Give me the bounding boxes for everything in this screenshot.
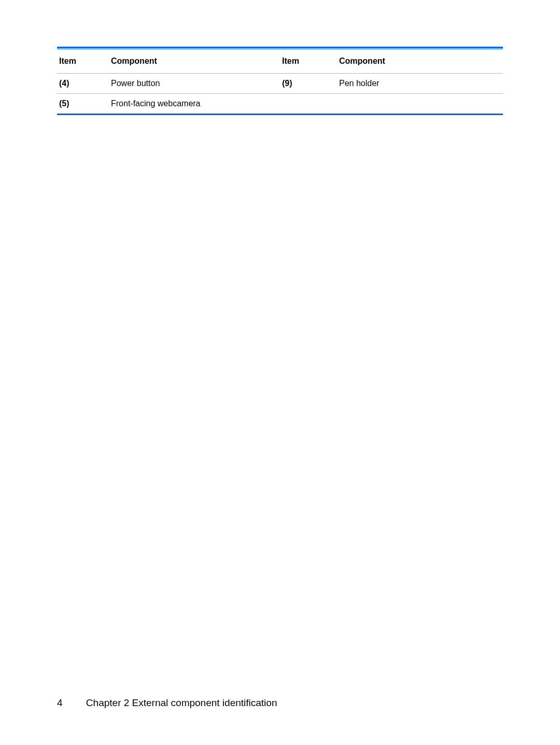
document-page: Item Component Item Component (4) Power … bbox=[0, 0, 560, 745]
components-table-body: (4) Power button (9) Pen holder bbox=[57, 74, 503, 93]
page-number: 4 bbox=[57, 697, 63, 709]
components-table-body2: (5) Front-facing webcamera bbox=[57, 94, 503, 114]
header-item-1: Item bbox=[57, 49, 109, 73]
table-header: Item Component Item Component bbox=[57, 49, 503, 73]
cell-component bbox=[337, 94, 503, 114]
header-item-2: Item bbox=[280, 49, 337, 73]
table-row: (4) Power button (9) Pen holder bbox=[57, 74, 503, 93]
components-table-container: Item Component Item Component (4) Power … bbox=[57, 47, 503, 115]
page-footer: 4 Chapter 2 External component identific… bbox=[57, 697, 503, 709]
table-top-rule-thick bbox=[57, 47, 503, 48]
table-bottom-rule bbox=[57, 114, 503, 115]
cell-component: Front-facing webcamera bbox=[109, 94, 280, 114]
chapter-title: Chapter 2 External component identificat… bbox=[86, 697, 277, 709]
header-component-1: Component bbox=[109, 49, 280, 73]
cell-item: (5) bbox=[57, 94, 109, 114]
cell-item: (4) bbox=[57, 74, 109, 93]
cell-component: Power button bbox=[109, 74, 280, 93]
table-header-row: Item Component Item Component bbox=[57, 49, 503, 73]
table-row: (5) Front-facing webcamera bbox=[57, 94, 503, 114]
header-component-2: Component bbox=[337, 49, 503, 73]
cell-item: (9) bbox=[280, 74, 337, 93]
cell-item bbox=[280, 94, 337, 114]
cell-component: Pen holder bbox=[337, 74, 503, 93]
components-table: Item Component Item Component bbox=[57, 49, 503, 73]
